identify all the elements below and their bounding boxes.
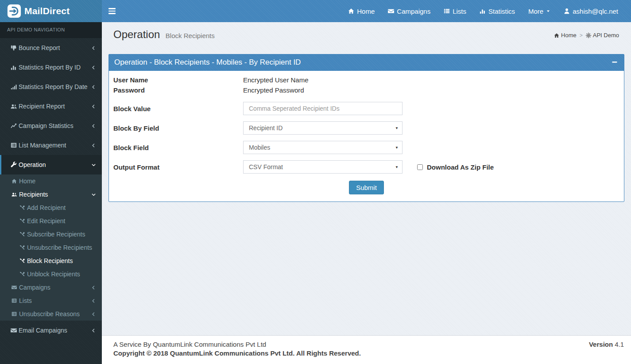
sidebar-item-label: Operation (19, 160, 46, 169)
collapse-minus-icon[interactable] (612, 59, 618, 65)
breadcrumb: Home > API Demo (554, 32, 619, 39)
sidebar-item-label: Subscribe Recipients (27, 230, 85, 239)
nav-user-label: ashish@qlc.net (573, 8, 618, 15)
sidebar-item-email-campaigns[interactable]: Email Campaigns (0, 321, 102, 340)
sidebar-item-label: Email Campaigns (19, 326, 67, 335)
sidebar-item-statistics-report-by-date[interactable]: Statistics Report By Date (0, 77, 102, 97)
block-value-input[interactable] (243, 102, 403, 115)
users-icon (11, 103, 17, 109)
sidebar-item-bounce-report[interactable]: Bounce Report (0, 38, 102, 58)
block-field-select[interactable]: Mobiles (243, 141, 403, 154)
block-by-field-label: Block By Field (113, 124, 243, 132)
sidebar-item-label: Recipient Report (19, 102, 65, 111)
sidebar-item-recipients[interactable]: Recipients (0, 188, 102, 201)
version-info: Version4.1 (589, 341, 624, 348)
sidebar-item-block-recipients[interactable]: Block Recipients (0, 254, 102, 267)
gear-icon (586, 33, 591, 38)
nav-lists[interactable]: Lists (437, 0, 473, 22)
nav-more[interactable]: More (522, 0, 557, 22)
content-header: Operation Block Recipients Home > API De… (102, 22, 631, 48)
download-zip-label: Download As Zip File (427, 163, 494, 171)
nav-home[interactable]: Home (341, 0, 381, 22)
block-by-field-select[interactable]: Recipient ID (243, 121, 403, 135)
sidebar-item-label: Unsubscribe Reasons (19, 310, 80, 318)
sidebar-item-label: Bounce Report (19, 43, 60, 52)
sidebar-item-edit-recipient[interactable]: Edit Recipient (0, 214, 102, 228)
sidebar-item-label: Unblock Recipients (27, 270, 80, 279)
chevron-down-icon (91, 192, 96, 197)
user-name-label: User Name (113, 76, 243, 84)
sidebar-item-statistics-report-by-id[interactable]: Statistics Report By ID (0, 58, 102, 77)
block-field-row: Block Field Mobiles (113, 141, 619, 154)
wrench-icon (11, 162, 17, 168)
sidebar-item-label: Recipients (19, 190, 48, 199)
output-format-row: Output Format CSV Format Download As Zip… (113, 160, 619, 174)
output-format-label: Output Format (113, 163, 243, 171)
nav-campaigns[interactable]: Campaigns (381, 0, 437, 22)
chevron-left-icon (91, 124, 96, 128)
chevron-left-icon (91, 104, 96, 109)
envelope-icon (12, 285, 17, 290)
page-title: Operation (113, 28, 160, 40)
user-name-value: Encrypted User Name (243, 76, 309, 84)
users-icon (12, 192, 17, 197)
breadcrumb-api-demo-link[interactable]: API Demo (586, 32, 619, 39)
block-value-label: Block Value (113, 105, 243, 112)
tools-icon (19, 218, 25, 224)
nav-more-label: More (528, 8, 543, 15)
chevron-down-icon (91, 163, 96, 167)
nav-user[interactable]: ashish@qlc.net (557, 0, 625, 22)
sidebar-item-operation-home[interactable]: Home (0, 174, 102, 188)
sidebar-item-label: List Management (19, 141, 66, 150)
home-icon (554, 33, 559, 38)
operation-submenu-container: Home Recipients Add Recipient Edit Recip… (0, 174, 102, 321)
chevron-left-icon (91, 312, 96, 317)
sidebar-item-operation-lists[interactable]: Lists (0, 294, 102, 307)
block-recipients-panel: Operation - Block Recipients - Mobiles -… (108, 54, 624, 202)
maildirect-logo-icon (7, 4, 21, 18)
sidebar-item-unsubscribe-recipients[interactable]: Unsubscribe Recipients (0, 241, 102, 254)
version-value: 4.1 (615, 341, 624, 348)
block-by-field-row: Block By Field Recipient ID (113, 121, 619, 135)
submit-button[interactable]: Submit (349, 181, 384, 194)
sidebar-item-label: Unsubscribe Recipients (27, 243, 92, 252)
password-label: Password (113, 86, 243, 94)
list-alt-icon (11, 142, 17, 148)
sidebar-section-header: API DEMO NAVIGATION (0, 22, 102, 38)
sidebar-item-unsubscribe-reasons[interactable]: Unsubscribe Reasons (0, 307, 102, 321)
bar-chart-icon (480, 8, 486, 14)
sidebar-item-label: Home (19, 177, 35, 186)
tools-icon (19, 205, 25, 210)
sidebar-item-operation[interactable]: Operation (0, 155, 102, 174)
sidebar-item-recipient-report[interactable]: Recipient Report (0, 97, 102, 116)
chevron-left-icon (91, 85, 96, 89)
block-field-label: Block Field (113, 144, 243, 151)
nav-statistics[interactable]: Statistics (473, 0, 522, 22)
breadcrumb-home-link[interactable]: Home (554, 32, 577, 39)
bar-chart-icon (11, 64, 17, 70)
sidebar-toggle-button[interactable] (102, 0, 122, 22)
output-format-select[interactable]: CSV Format (243, 160, 403, 174)
sidebar-item-campaign-statistics[interactable]: Campaign Statistics (0, 116, 102, 136)
sidebar-item-subscribe-recipients[interactable]: Subscribe Recipients (0, 228, 102, 241)
main-header: MailDirect Home Campaigns Lists (0, 0, 631, 22)
sidebar-item-operation-campaigns[interactable]: Campaigns (0, 281, 102, 294)
sidebar-item-label: Statistics Report By Date (19, 82, 88, 91)
sidebar-item-add-recipient[interactable]: Add Recipient (0, 201, 102, 214)
tools-icon (19, 258, 25, 263)
download-zip-checkbox[interactable] (417, 164, 423, 170)
breadcrumb-separator: > (580, 32, 583, 39)
content-body: Operation - Block Recipients - Mobiles -… (102, 54, 631, 202)
brand-logo[interactable]: MailDirect (0, 0, 102, 22)
list-icon (12, 311, 17, 317)
panel-body: User Name Encrypted User Name Password E… (109, 71, 624, 201)
nav-campaigns-label: Campaigns (397, 8, 430, 15)
nav-lists-label: Lists (453, 8, 466, 15)
sidebar-item-list-management[interactable]: List Management (0, 136, 102, 155)
block-by-field-select-wrap: Recipient ID (243, 121, 403, 135)
list-icon (12, 298, 17, 303)
line-chart-icon (11, 123, 17, 129)
password-row: Password Encrypted Password (113, 86, 619, 94)
sidebar-item-unblock-recipients[interactable]: Unblock Recipients (0, 267, 102, 281)
block-value-row: Block Value (113, 102, 619, 115)
